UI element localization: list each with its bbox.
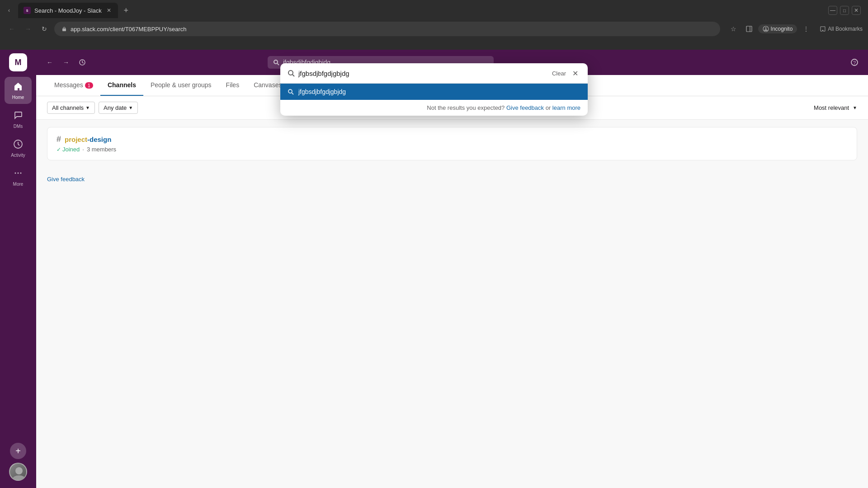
channel-name-suffix: -design xyxy=(87,136,111,143)
svg-point-10 xyxy=(15,467,23,474)
browser-chrome: ‹ S Search - MoodJoy - Slack ✕ + — □ ✕ ←… xyxy=(0,0,868,50)
tab-favicon: S xyxy=(24,7,31,14)
window-minimize-btn[interactable]: — xyxy=(828,6,837,15)
activity-icon xyxy=(13,139,23,151)
svg-point-7 xyxy=(15,172,16,174)
sidebar-item-home[interactable]: Home xyxy=(5,77,32,104)
svg-text:?: ? xyxy=(853,60,856,66)
learn-more-link[interactable]: learn more xyxy=(552,104,580,111)
top-right-controls: ? xyxy=(848,56,861,69)
tab-channels[interactable]: Channels xyxy=(100,75,143,96)
sidebar-item-dms[interactable]: DMs xyxy=(5,106,32,133)
svg-rect-3 xyxy=(746,26,752,32)
tab-messages[interactable]: Messages1 xyxy=(47,75,100,96)
nav-history-button[interactable] xyxy=(76,56,89,69)
workspace-avatar[interactable]: M xyxy=(9,53,27,71)
give-feedback-modal-link[interactable]: Give feedback xyxy=(506,104,544,111)
clear-button[interactable]: Clear xyxy=(552,70,566,77)
date-chevron-icon: ▼ xyxy=(128,105,133,110)
sort-label: Most relevant xyxy=(814,104,849,111)
browser-toolbar: ← → ↻ app.slack.com/client/T067MEBPPUY/s… xyxy=(0,18,868,40)
svg-point-13 xyxy=(274,60,278,64)
add-workspace-button[interactable]: + xyxy=(10,443,26,459)
nav-back-button[interactable]: ← xyxy=(43,56,56,69)
active-tab[interactable]: S Search - MoodJoy - Slack ✕ xyxy=(18,3,118,18)
svg-line-20 xyxy=(292,93,294,95)
suggestion-item[interactable]: jfgbsdjbfgdjgbjdg xyxy=(280,84,588,100)
tab-title: Search - MoodJoy - Slack xyxy=(34,7,102,14)
joined-label: Joined xyxy=(62,146,80,153)
suggestion-text: jfgbsdjbfgdjgbjdg xyxy=(298,88,346,95)
window-close-btn[interactable]: ✕ xyxy=(852,6,861,15)
svg-point-6 xyxy=(765,28,766,29)
results-container: # project-design ✓ Joined · 3 members xyxy=(36,120,868,171)
incognito-text: Incognito xyxy=(771,26,793,32)
channels-filter[interactable]: All channels ▼ xyxy=(47,102,95,114)
date-filter[interactable]: Any date ▼ xyxy=(99,102,138,114)
more-icon xyxy=(13,168,23,180)
search-icon-modal xyxy=(288,70,295,77)
nav-forward-button[interactable]: → xyxy=(60,56,72,69)
sidebar-bottom: + xyxy=(9,443,27,484)
svg-point-17 xyxy=(288,70,293,75)
result-card-header: # project-design xyxy=(57,135,848,144)
tab-close-btn[interactable]: ✕ xyxy=(105,7,113,14)
svg-rect-2 xyxy=(62,28,66,31)
close-modal-button[interactable]: ✕ xyxy=(570,68,580,79)
sidebar: M Home DMs Activity More xyxy=(0,50,36,488)
channel-name-link[interactable]: project-design xyxy=(65,136,111,143)
sort-chevron-icon: ▼ xyxy=(853,105,857,110)
dms-label: DMs xyxy=(14,124,23,129)
side-panel-icon[interactable] xyxy=(743,23,755,35)
svg-text:S: S xyxy=(26,9,28,12)
suggestion-search-icon xyxy=(288,89,294,95)
search-input-value[interactable]: jfgbsdjbfgdjgbjdg xyxy=(298,70,548,77)
search-icon-top xyxy=(273,59,279,66)
tab-files[interactable]: Files xyxy=(219,75,247,96)
back-button[interactable]: ← xyxy=(5,23,18,35)
refresh-button[interactable]: ↻ xyxy=(38,23,51,35)
sidebar-item-more[interactable]: More xyxy=(5,164,32,191)
svg-point-8 xyxy=(18,172,19,174)
svg-point-19 xyxy=(288,89,292,93)
feedback-text: Not the results you expected? xyxy=(427,104,505,111)
svg-line-14 xyxy=(278,64,279,66)
tab-people[interactable]: People & user groups xyxy=(143,75,219,96)
meta-separator: · xyxy=(82,146,84,153)
dms-icon xyxy=(13,110,23,122)
feedback-note: Not the results you expected? Give feedb… xyxy=(280,100,588,116)
all-bookmarks-btn[interactable]: All Bookmarks xyxy=(820,26,863,32)
forward-button[interactable]: → xyxy=(22,23,34,35)
channels-filter-label: All channels xyxy=(52,104,84,111)
give-feedback-section: Give feedback xyxy=(36,171,868,187)
incognito-badge[interactable]: Incognito xyxy=(758,24,797,33)
lock-icon xyxy=(61,26,67,32)
new-tab-button[interactable]: + xyxy=(120,4,132,17)
sidebar-item-activity[interactable]: Activity xyxy=(5,135,32,162)
svg-point-11 xyxy=(13,475,25,481)
all-bookmarks-label: All Bookmarks xyxy=(828,26,863,32)
give-feedback-link[interactable]: Give feedback xyxy=(47,176,85,183)
search-modal: jfgbsdjbfgdjgbjdg Clear ✕ jfgbsdjbfgdjgb… xyxy=(280,63,588,116)
activity-label: Activity xyxy=(11,153,25,158)
result-meta: ✓ Joined · 3 members xyxy=(57,146,848,153)
search-results-area: Messages1 Channels People & user groups … xyxy=(36,75,868,488)
home-icon xyxy=(13,81,23,94)
sort-dropdown[interactable]: Most relevant ▼ xyxy=(814,104,857,111)
channel-hash-icon: # xyxy=(57,135,61,144)
svg-point-5 xyxy=(763,26,769,32)
members-count: 3 members xyxy=(87,146,116,153)
address-bar[interactable]: app.slack.com/client/T067MEBPPUY/search xyxy=(54,22,720,36)
extensions-icon[interactable]: ⋮ xyxy=(800,23,812,35)
url-text: app.slack.com/client/T067MEBPPUY/search xyxy=(71,26,713,33)
svg-line-18 xyxy=(292,75,294,76)
svg-point-9 xyxy=(20,172,22,174)
tab-nav-back[interactable]: ‹ xyxy=(4,5,14,16)
help-button[interactable]: ? xyxy=(848,56,861,69)
window-maximize-btn[interactable]: □ xyxy=(840,6,849,15)
bookmark-star-icon[interactable]: ☆ xyxy=(727,23,740,35)
user-avatar[interactable] xyxy=(9,463,27,481)
channel-name-highlight: project xyxy=(65,136,87,143)
date-filter-label: Any date xyxy=(104,104,127,111)
checkmark-icon: ✓ xyxy=(57,146,61,153)
